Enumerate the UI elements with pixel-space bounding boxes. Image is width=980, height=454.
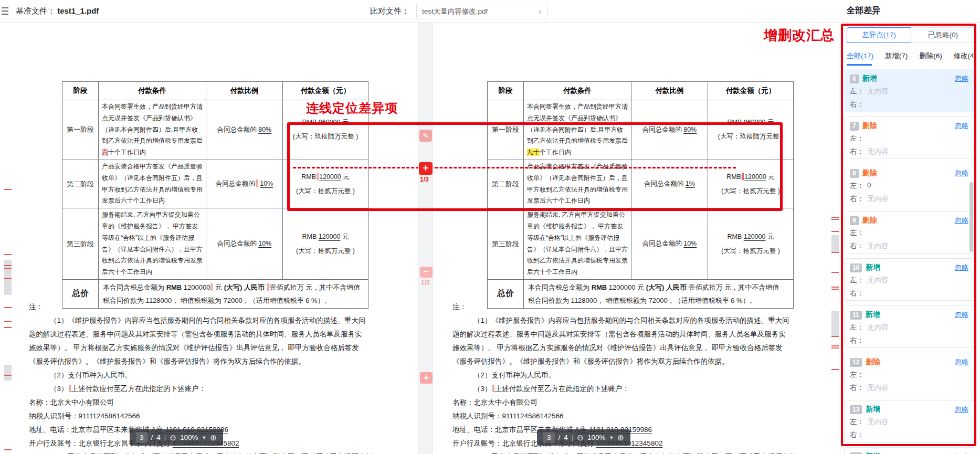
collapse-diff-button[interactable]: − bbox=[420, 267, 433, 278]
page-number-input[interactable]: 3 bbox=[136, 432, 147, 443]
left-page-toolbar: 3 / 4 | ⊖ 100% ▼ ⊕ bbox=[130, 429, 223, 446]
left-label: 左： bbox=[850, 87, 864, 97]
diff-position-tick bbox=[4, 189, 12, 190]
stage-cell: 第三阶段 bbox=[62, 208, 99, 280]
table-row: 第一阶段 本合同签署生效，产品到货经甲方清点无误并签发《产品到货确认书》（详见本… bbox=[62, 100, 368, 160]
zoom-caret-icon[interactable]: ▼ bbox=[609, 435, 614, 440]
left-label: 左： bbox=[850, 323, 864, 333]
left-value: 无内容 bbox=[867, 87, 889, 97]
diff-position-tick bbox=[4, 254, 12, 255]
diff-card[interactable]: 8 删除 忽略 左：0 右：无内容 bbox=[844, 164, 974, 206]
menu-hamburger-icon[interactable] bbox=[2, 7, 9, 17]
scrollbar-thumb[interactable] bbox=[831, 235, 839, 252]
diff-number-badge: 14 bbox=[850, 452, 862, 454]
condition-cell: 本合同签署生效，产品到货经甲方清点无误并签发《产品到货确认书》（详见本合同附件四… bbox=[99, 100, 206, 160]
ignore-link[interactable]: 忽略 bbox=[955, 121, 968, 131]
page-number-input[interactable]: 3 bbox=[543, 432, 555, 443]
diff-position-tick bbox=[4, 278, 12, 279]
diff-position-tick bbox=[831, 347, 839, 349]
filter-added[interactable]: 新增(7) bbox=[885, 51, 908, 61]
ignore-link[interactable]: 忽略 bbox=[955, 74, 968, 83]
ignore-link[interactable]: 忽略 bbox=[955, 357, 968, 367]
stage-cell: 第三阶段 bbox=[488, 208, 524, 280]
diff-type-label: 新增 bbox=[866, 452, 880, 454]
ratio-cell: 合同总金额的 80% bbox=[206, 100, 283, 160]
tab-diff-points[interactable]: 差异点(17) bbox=[847, 27, 911, 43]
condition-cell: 服务期结束, 乙方向甲方提交加盖公章的《维护服务报告》， 甲方签发等级在“合格”… bbox=[524, 208, 631, 280]
compare-file-label: 比对文件： bbox=[370, 6, 409, 16]
diff-position-tick bbox=[831, 287, 839, 288]
compare-file-select[interactable]: test大量内容修改.pdf ∨ bbox=[416, 4, 547, 19]
left-label: 左： bbox=[850, 276, 864, 286]
left-minimap-strip[interactable] bbox=[4, 23, 13, 454]
right-value: 无内容 bbox=[867, 194, 889, 205]
filter-deleted[interactable]: 删除(6) bbox=[919, 51, 942, 61]
ignore-link[interactable]: 忽略 bbox=[955, 310, 968, 320]
diff-card[interactable]: 13 新增 忽略 左：无内容 右： bbox=[844, 400, 974, 442]
zoom-in-icon[interactable]: ⊕ bbox=[617, 433, 624, 442]
diff-card[interactable]: 14 新增 忽略 左：无内容 右： bbox=[844, 447, 974, 454]
diff-position-tick bbox=[831, 217, 839, 218]
ignore-link[interactable]: 忽略 bbox=[955, 263, 968, 272]
left-value: 无内容 bbox=[867, 323, 889, 333]
right-label: 右： bbox=[850, 100, 864, 110]
diff-number-badge: 6 bbox=[850, 75, 859, 83]
next-diff-button[interactable]: + bbox=[419, 162, 433, 175]
toolbar-divider: | bbox=[572, 434, 574, 441]
diff-position-tick bbox=[831, 345, 839, 346]
right-label: 右： bbox=[850, 147, 864, 157]
diff-panel-scrollbar[interactable] bbox=[970, 182, 973, 252]
diff-number-badge: 9 bbox=[850, 216, 859, 225]
ignore-link[interactable]: 忽略 bbox=[955, 405, 968, 414]
diff-position-tick bbox=[831, 272, 839, 273]
col-header: 付款比例 bbox=[206, 82, 283, 100]
diff-tabs: 差异点(17) 已忽略(0) bbox=[847, 27, 975, 43]
diff-position-tick bbox=[4, 449, 12, 450]
ignore-link[interactable]: 忽略 bbox=[955, 452, 968, 454]
ignore-link[interactable]: 忽略 bbox=[955, 216, 968, 225]
diff-type-label: 删除 bbox=[862, 216, 877, 225]
scrollbar-thumb[interactable] bbox=[4, 365, 12, 381]
diff-position-tick bbox=[4, 268, 12, 269]
diff-card[interactable]: 12 删除 忽略 左： 右：无内容 bbox=[844, 353, 974, 395]
zoom-out-icon[interactable]: ⊖ bbox=[577, 433, 584, 442]
diff-position-tick bbox=[831, 219, 839, 220]
amount-cell: RMB 120000 元 (大写：拾贰万元整 ) bbox=[283, 208, 368, 280]
expand-diff-button[interactable]: + bbox=[420, 372, 433, 384]
table-row: 第一阶段 本合同签署生效，产品到货经甲方清点无误并签发《产品到货确认书》（详见本… bbox=[488, 100, 794, 160]
zoom-level[interactable]: 100% bbox=[587, 434, 606, 441]
doc-note-line: 纳税人识别号：9111124586142566 bbox=[452, 409, 788, 423]
right-minimap-strip[interactable] bbox=[831, 23, 840, 454]
filter-modified[interactable]: 修改(4) bbox=[954, 51, 977, 61]
zoom-level[interactable]: 100% bbox=[180, 434, 198, 441]
diff-gutter bbox=[418, 23, 433, 454]
scrollbar-thumb[interactable] bbox=[831, 311, 839, 336]
diff-card[interactable]: 9 删除 忽略 左： 右：无内容 bbox=[844, 211, 974, 254]
doc-note-line: 名称：北京大中小有限公司 bbox=[452, 396, 788, 409]
doc-note-line: 纳税人识别号：9111124586142566 bbox=[29, 409, 365, 423]
zoom-out-icon[interactable]: ⊖ bbox=[170, 433, 176, 442]
filter-all[interactable]: 全部(17) bbox=[847, 51, 873, 61]
ignore-link[interactable]: 忽略 bbox=[955, 168, 968, 178]
diff-card[interactable]: 6 新增 忽略 左：无内容 右： bbox=[844, 69, 974, 112]
doc-note-line: （3）上述付款应付至乙方在此指定的下述账户： bbox=[452, 382, 788, 396]
compare-file-value: test大量内容修改.pdf bbox=[422, 7, 488, 15]
amount-cell: RMB120000 元 (大写：拾贰万元整 ) bbox=[708, 160, 794, 208]
diff-type-label: 新增 bbox=[866, 263, 880, 272]
left-label: 左： bbox=[850, 134, 864, 144]
left-value: 无内容 bbox=[867, 417, 889, 428]
edit-pencil-icon[interactable]: ✎ bbox=[419, 130, 432, 142]
diff-card[interactable]: 11 新增 忽略 左：无内容 右： bbox=[844, 305, 974, 348]
diff-panel-title: 全部差异 bbox=[847, 5, 880, 16]
stage-cell: 第一阶段 bbox=[62, 100, 99, 160]
tab-ignored[interactable]: 已忽略(0) bbox=[911, 27, 975, 43]
diff-number-badge: 7 bbox=[850, 122, 859, 131]
diff-card[interactable]: 10 新增 忽略 左：无内容 右： bbox=[844, 258, 974, 301]
diff-type-label: 删除 bbox=[862, 121, 877, 131]
diff-number-badge: 8 bbox=[850, 169, 859, 178]
diff-card[interactable]: 7 删除 忽略 左： 右：无内容 bbox=[844, 117, 974, 159]
diff-counter-top: 1/3 bbox=[420, 176, 429, 183]
amount-cell: RMB 960000 元 (大写：玖拾陆万元整 ) bbox=[283, 100, 368, 160]
zoom-caret-icon[interactable]: ▼ bbox=[202, 435, 206, 440]
zoom-in-icon[interactable]: ⊕ bbox=[210, 433, 217, 442]
